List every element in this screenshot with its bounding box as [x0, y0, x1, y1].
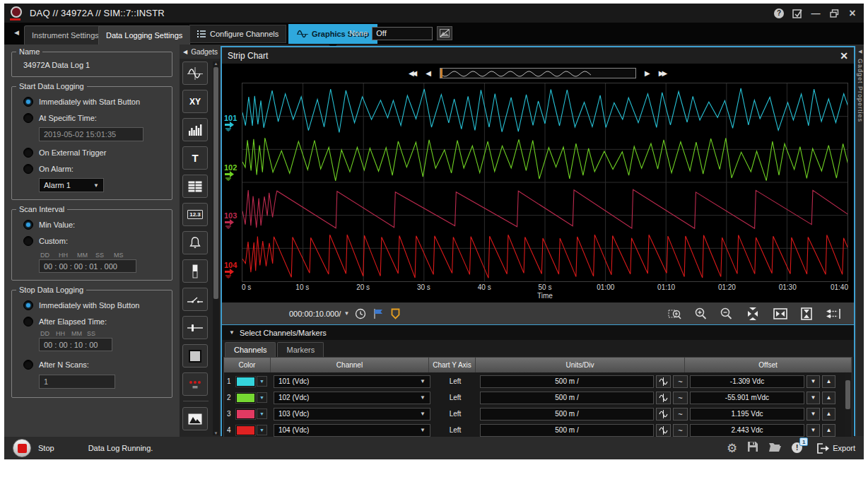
time-per-div-value[interactable]: 000:00:10.000/ — [289, 310, 341, 318]
gadget-text-label-button[interactable]: T — [182, 146, 208, 170]
radio-stop-elapsed-time[interactable] — [23, 317, 33, 327]
clock-icon[interactable] — [355, 308, 366, 319]
off-dropdown[interactable]: Off — [372, 27, 433, 40]
gadget-image-button[interactable] — [182, 407, 208, 430]
save-icon[interactable] — [747, 441, 758, 455]
channel-select[interactable]: 104 (Vdc)▼ — [274, 424, 430, 437]
stop-button[interactable] — [13, 439, 31, 457]
strip-chart-close-icon[interactable]: ✕ — [840, 50, 848, 61]
scroll-end-button[interactable]: ▶▶ — [659, 69, 667, 77]
radio-start-immediately[interactable] — [23, 97, 33, 107]
color-swatch[interactable] — [236, 393, 255, 403]
radio-start-on-alarm[interactable] — [23, 164, 33, 174]
gadget-switch-button[interactable] — [182, 288, 208, 311]
gadget-push-button-button[interactable] — [182, 344, 208, 368]
help-icon[interactable]: ? — [773, 8, 785, 19]
channel-select[interactable]: 101 (Vdc)▼ — [274, 375, 430, 388]
gadget-thermometer-button[interactable] — [182, 259, 208, 283]
offset-field[interactable]: -1.309 Vdc — [690, 375, 804, 388]
offset-up-button[interactable]: ▲ — [822, 392, 835, 404]
fit-vertical-icon[interactable] — [801, 307, 812, 320]
gadget-xy-plot-button[interactable]: XY — [182, 90, 208, 113]
tab-markers[interactable]: Markers — [277, 342, 324, 357]
scroll-down-icon[interactable]: ▼ — [213, 431, 219, 435]
gadget-strip-chart-button[interactable] — [182, 61, 208, 85]
image-disabled-icon[interactable] — [437, 26, 452, 40]
gadget-slider-button[interactable] — [182, 316, 208, 339]
gadget-properties-strip[interactable]: ◀ Gadget Properties — [857, 46, 864, 436]
open-folder-icon[interactable] — [768, 442, 782, 455]
radio-stop-immediately[interactable] — [23, 300, 33, 310]
collapse-left-panel-icon[interactable]: ◀ — [14, 29, 19, 36]
autoscale-icon[interactable] — [656, 392, 671, 404]
gadget-table-button[interactable] — [182, 175, 208, 198]
offset-down-button[interactable]: ▼ — [807, 424, 820, 437]
ac-coupling-icon[interactable]: ~ — [673, 408, 688, 421]
gadget-digital-display-button[interactable]: 12.3 — [182, 203, 208, 226]
ac-coupling-icon[interactable]: ~ — [673, 375, 688, 388]
color-dropdown-icon[interactable]: ▼ — [257, 408, 267, 419]
autoscale-icon[interactable] — [656, 375, 671, 388]
color-swatch[interactable] — [236, 425, 255, 435]
channel-offset-marker-102[interactable]: 102 — [224, 164, 241, 181]
zoom-region-icon[interactable] — [668, 307, 681, 320]
restore-button[interactable] — [828, 8, 840, 19]
n-scans-field[interactable]: 1 — [39, 375, 115, 389]
ac-coupling-icon[interactable]: ~ — [673, 424, 688, 437]
color-swatch[interactable] — [236, 409, 255, 419]
tab-instrument-settings[interactable]: Instrument Settings — [24, 25, 107, 45]
gadgets-scrollbar[interactable]: ▲ ▼ — [213, 61, 219, 435]
elapsed-time-field[interactable]: 00 : 00 : 10 : 00 — [39, 338, 112, 351]
zoom-out-icon[interactable] — [720, 307, 732, 319]
flag-marker-icon[interactable] — [373, 308, 384, 319]
radio-start-external-trigger[interactable] — [23, 148, 33, 158]
scroll-right-button[interactable]: ▶ — [645, 69, 650, 77]
scroll-start-button[interactable]: ◀◀ — [409, 69, 417, 77]
radio-start-at-time[interactable] — [23, 113, 33, 123]
channel-select[interactable]: 102 (Vdc)▼ — [274, 392, 430, 404]
channel-offset-marker-101[interactable]: 101 — [224, 114, 241, 131]
units-per-div-field[interactable]: 500 m / — [480, 375, 654, 388]
channel-select[interactable]: 103 (Vdc)▼ — [274, 408, 430, 421]
fit-horizontal-icon[interactable] — [773, 308, 787, 319]
select-channels-header[interactable]: ▼ Select Channels/Markers — [222, 325, 854, 340]
ac-coupling-icon[interactable]: ~ — [673, 392, 688, 404]
channel-offset-marker-104[interactable]: 104 — [224, 261, 241, 278]
units-per-div-field[interactable]: 500 m / — [480, 392, 654, 404]
gadgets-scrollbar-thumb[interactable] — [213, 67, 218, 299]
units-per-div-field[interactable]: 500 m / — [480, 424, 654, 437]
tab-data-logging-settings[interactable]: Data Logging Settings — [98, 25, 190, 45]
offset-down-button[interactable]: ▼ — [807, 375, 820, 388]
strip-chart-plot[interactable] — [242, 83, 848, 282]
error-log-icon[interactable]: ! 1 — [792, 442, 803, 454]
shield-marker-icon[interactable] — [391, 308, 400, 319]
color-dropdown-icon[interactable]: ▼ — [257, 425, 267, 435]
radio-scan-custom[interactable] — [23, 236, 33, 246]
gadget-led-indicator-button[interactable] — [182, 372, 208, 396]
fit-all-icon[interactable] — [746, 307, 760, 320]
offset-up-button[interactable]: ▲ — [822, 375, 835, 388]
auto-scroll-icon[interactable] — [826, 308, 841, 319]
time-per-div-dropdown-icon[interactable]: ▼ — [344, 310, 349, 317]
scan-interval-field[interactable]: 00 : 00 : 00 : 01 . 000 — [39, 259, 136, 273]
tab-channels[interactable]: Channels — [225, 342, 276, 357]
feedback-icon[interactable] — [792, 8, 803, 19]
gadget-histogram-button[interactable] — [182, 118, 208, 141]
gadget-alarm-button[interactable] — [182, 231, 208, 254]
units-per-div-field[interactable]: 500 m / — [480, 408, 654, 421]
scroll-up-icon[interactable]: ▲ — [213, 61, 219, 66]
overview-position-marker[interactable] — [440, 69, 442, 78]
autoscale-icon[interactable] — [656, 408, 671, 421]
minimize-button[interactable]: — — [810, 8, 821, 19]
radio-scan-min-value[interactable] — [23, 220, 33, 230]
offset-down-button[interactable]: ▼ — [807, 408, 820, 421]
offset-field[interactable]: 2.443 Vdc — [690, 424, 804, 437]
chart-overview-scrollbar[interactable] — [440, 68, 636, 78]
offset-up-button[interactable]: ▲ — [822, 424, 835, 437]
offset-up-button[interactable]: ▲ — [822, 408, 835, 421]
settings-gear-icon[interactable]: ⚙ — [727, 441, 737, 456]
offset-down-button[interactable]: ▼ — [807, 392, 820, 404]
color-dropdown-icon[interactable]: ▼ — [257, 376, 267, 387]
start-time-field[interactable]: 2019-05-02 15:01:35 — [39, 127, 143, 141]
offset-field[interactable]: 1.195 Vdc — [690, 408, 804, 421]
